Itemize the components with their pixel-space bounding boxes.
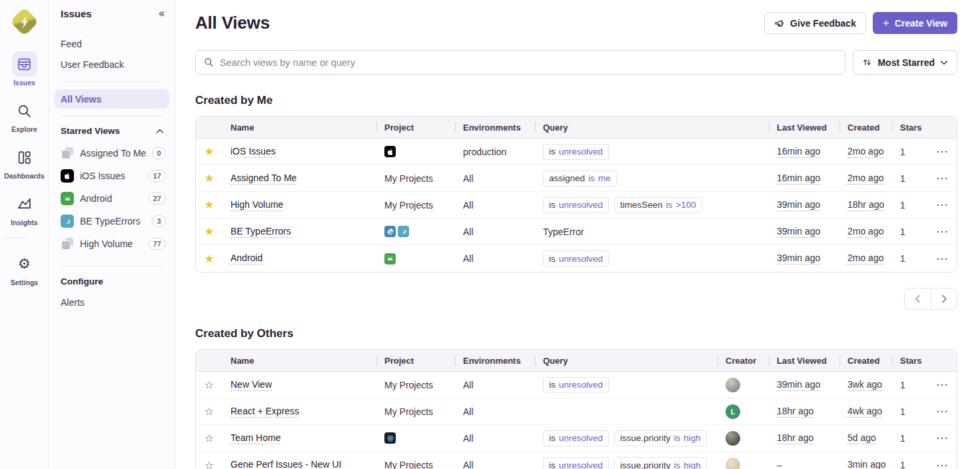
sidebar-item-feed[interactable]: Feed — [55, 34, 169, 53]
insights-icon — [12, 191, 37, 217]
created-cell: 3min ago — [839, 459, 892, 469]
row-menu-cell: ··· — [925, 406, 957, 417]
create-view-button[interactable]: + Create View — [873, 12, 957, 34]
star-icon: ★ — [204, 171, 214, 185]
row-menu-button[interactable]: ··· — [937, 146, 949, 157]
star-toggle[interactable]: ☆ — [196, 405, 223, 418]
query-cell: isunresolvedtimesSeenis>100 — [535, 197, 769, 213]
starred-view-item-android[interactable]: Android27 — [55, 187, 169, 210]
sidebar-item-all-views[interactable]: All Views — [55, 89, 169, 109]
view-name-link[interactable]: Team Home — [231, 432, 280, 444]
view-row-new-view[interactable]: ☆New ViewMy ProjectsAllisunresolved39min… — [196, 372, 957, 398]
view-name-link[interactable]: High Volume — [231, 199, 283, 211]
star-toggle[interactable]: ☆ — [196, 459, 223, 469]
row-menu-button[interactable]: ··· — [937, 432, 949, 444]
view-name-link[interactable]: Android — [231, 252, 262, 264]
view-row-assigned-to-me[interactable]: ★Assigned To MeMy ProjectsAllassignedism… — [196, 165, 957, 192]
row-menu-button[interactable]: ··· — [937, 379, 949, 390]
table-header: NameProjectEnvironmentsQueryCreatorLast … — [196, 350, 957, 372]
column-header-last-viewed: Last Viewed — [769, 356, 839, 366]
view-name-link[interactable]: Assigned To Me — [231, 173, 296, 185]
next-page-button[interactable] — [931, 288, 957, 309]
rail-item-issues[interactable]: Issues — [4, 51, 45, 87]
rail-item-settings[interactable]: ⚙Settings — [4, 251, 45, 286]
column-header-stars: Stars — [892, 356, 925, 366]
star-icon: ☆ — [205, 432, 214, 444]
environments-cell: All — [455, 460, 535, 469]
react-icon — [384, 432, 396, 444]
star-toggle[interactable]: ★ — [196, 252, 223, 266]
environments-cell: All — [455, 200, 535, 211]
view-row-ios-issues[interactable]: ★iOS Issuesproductionisunresolved16min a… — [196, 139, 957, 165]
chevrons-left-icon[interactable]: « — [159, 8, 165, 19]
last-viewed-cell: 16min ago — [769, 146, 839, 158]
view-row-react-express[interactable]: ☆React + ExpressMy ProjectsAllL18hr ago4… — [196, 398, 957, 425]
created-cell: 2mo ago — [839, 146, 892, 158]
view-name-link[interactable]: Gene Perf Issues - New UI — [231, 459, 342, 469]
star-toggle[interactable]: ☆ — [196, 378, 223, 391]
star-toggle[interactable]: ☆ — [196, 432, 223, 444]
star-toggle[interactable]: ★ — [196, 225, 223, 238]
query-token: TypeError — [543, 227, 584, 237]
row-menu-button[interactable]: ··· — [937, 406, 949, 417]
rail-item-label: Explore — [11, 125, 37, 133]
row-menu-button[interactable]: ··· — [937, 460, 949, 469]
sidebar-item-user-feedback[interactable]: User Feedback — [55, 55, 169, 74]
creator-avatar: L — [726, 404, 740, 419]
starred-view-item-high-volume[interactable]: High Volume77 — [55, 233, 169, 255]
star-toggle[interactable]: ★ — [196, 145, 223, 159]
stars-count-cell: 1 — [892, 460, 925, 469]
rail-item-label: Issues — [13, 79, 35, 87]
view-name-link[interactable]: BE TypeErrors — [231, 226, 291, 238]
plus-icon: + — [883, 17, 889, 29]
starred-view-item-be-typeerrors[interactable]: BE TypeErrors3 — [55, 210, 169, 233]
row-menu-button[interactable]: ··· — [937, 199, 949, 211]
last-viewed-cell: 39min ago — [769, 379, 839, 391]
column-header-creator: Creator — [718, 356, 769, 366]
view-row-gene-perf-issues-new-ui[interactable]: ☆Gene Perf Issues - New UIMy ProjectsAll… — [196, 452, 957, 469]
view-row-be-typeerrors[interactable]: ★BE TypeErrorsAllTypeError39min ago2mo a… — [196, 219, 957, 245]
rail-item-explore[interactable]: Explore — [4, 98, 45, 133]
sort-dropdown[interactable]: Most Starred — [853, 50, 957, 75]
give-feedback-button[interactable]: Give Feedback — [764, 12, 866, 34]
rail-item-dashboards[interactable]: Dashboards — [4, 145, 45, 180]
row-menu-button[interactable]: ··· — [937, 253, 949, 264]
star-toggle[interactable]: ★ — [196, 198, 223, 212]
view-name-link[interactable]: React + Express — [231, 406, 299, 418]
sidebar-item-alerts[interactable]: Alerts — [55, 292, 169, 312]
creator-avatar — [726, 431, 740, 446]
view-row-android[interactable]: ★AndroidAllisunresolved39min ago2mo ago1… — [196, 245, 957, 272]
environments-cell: All — [455, 173, 535, 184]
view-name-link[interactable]: New View — [231, 379, 272, 391]
view-row-high-volume[interactable]: ★High VolumeMy ProjectsAllisunresolvedti… — [196, 192, 957, 219]
starred-view-item-assigned-to-me[interactable]: Assigned To Me0 — [55, 142, 169, 165]
view-row-team-home[interactable]: ☆Team HomeAllisunresolvedissue.priorityi… — [196, 425, 957, 452]
issue-count-badge: 77 — [149, 238, 166, 250]
environments-cell: production — [455, 147, 535, 157]
section-heading-mine: Created by Me — [195, 94, 957, 107]
last-viewed-cell: 18hr ago — [769, 432, 839, 444]
row-menu-button[interactable]: ··· — [937, 226, 949, 237]
python-icon — [384, 226, 396, 237]
chevron-right-icon — [941, 294, 947, 303]
query-cell: isunresolved — [535, 144, 769, 160]
sentry-logo[interactable] — [11, 9, 38, 35]
search-box[interactable] — [195, 50, 845, 75]
column-header-created: Created — [839, 123, 892, 133]
stacked-views-icon — [61, 238, 73, 250]
starred-views-header[interactable]: Starred Views — [49, 126, 175, 136]
issues-icon — [12, 51, 37, 77]
row-menu-button[interactable]: ··· — [937, 173, 949, 184]
stars-count-cell: 1 — [892, 227, 925, 237]
star-toggle[interactable]: ★ — [196, 171, 223, 185]
previous-page-button[interactable] — [905, 288, 931, 309]
view-name-link[interactable]: iOS Issues — [231, 146, 276, 158]
rail-item-insights[interactable]: Insights — [4, 191, 45, 227]
main-content: All Views Give Feedback + Create View — [175, 0, 980, 469]
environments-cell: All — [455, 380, 535, 390]
starred-view-item-ios-issues[interactable]: iOS Issues17 — [55, 165, 169, 187]
configure-header: Configure — [49, 276, 175, 286]
search-input[interactable] — [220, 57, 837, 68]
stacked-views-icon — [61, 147, 73, 159]
starred-view-label: Android — [80, 193, 149, 204]
